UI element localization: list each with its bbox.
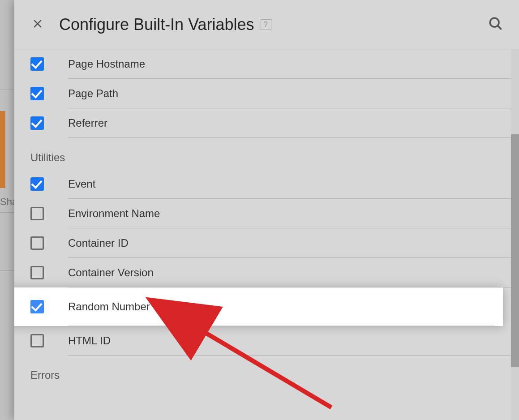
search-icon <box>488 16 503 33</box>
variable-label: Page Hostname <box>68 58 145 70</box>
checkbox-unchecked-icon[interactable] <box>30 236 44 250</box>
panel-title-text: Configure Built-In Variables <box>59 15 254 34</box>
variable-row-random-number[interactable]: Random Number <box>14 287 503 326</box>
checkbox-checked-icon[interactable] <box>30 177 44 191</box>
help-icon[interactable]: ? <box>261 19 271 30</box>
row-divider <box>68 137 511 138</box>
variable-row-container-id[interactable]: Container ID <box>14 228 519 258</box>
checkbox-checked-icon[interactable] <box>30 87 44 100</box>
variable-row-event[interactable]: Event <box>14 169 519 199</box>
variable-row-page-path[interactable]: Page Path <box>14 79 519 108</box>
variable-label: HTML ID <box>68 334 111 347</box>
panel-title: Configure Built-In Variables ? <box>59 15 271 34</box>
variable-row-referrer[interactable]: Referrer <box>14 108 519 138</box>
checkbox-unchecked-icon[interactable] <box>30 266 44 279</box>
variable-row-page-hostname[interactable]: Page Hostname <box>14 49 519 79</box>
variable-label: Event <box>68 178 95 190</box>
variable-row-container-version[interactable]: Container Version <box>14 258 519 287</box>
checkbox-checked-icon[interactable] <box>30 300 44 313</box>
variable-label: Referrer <box>68 117 107 129</box>
checkbox-checked-icon[interactable] <box>30 116 44 130</box>
svg-line-1 <box>498 26 502 30</box>
close-button[interactable] <box>29 16 47 34</box>
variable-label: Container Version <box>68 266 154 279</box>
scrollbar-thumb[interactable] <box>511 134 519 367</box>
variable-label: Environment Name <box>68 207 160 220</box>
row-divider <box>68 355 511 356</box>
checkbox-checked-icon[interactable] <box>30 57 44 71</box>
variable-label: Random Number <box>68 300 150 313</box>
svg-point-0 <box>490 18 499 27</box>
variable-row-environment-name[interactable]: Environment Name <box>14 199 519 228</box>
variable-row-html-id[interactable]: HTML ID <box>14 326 519 356</box>
variable-list-scroll[interactable]: Page Hostname Page Path Referrer Utiliti… <box>14 49 519 420</box>
configure-variables-panel: Configure Built-In Variables ? Page Host… <box>14 0 519 420</box>
variable-label: Container ID <box>68 237 129 249</box>
close-icon <box>31 17 44 32</box>
highlighted-row-container: Random Number <box>14 287 503 326</box>
section-title-errors: Errors <box>14 356 519 387</box>
checkbox-unchecked-icon[interactable] <box>30 207 44 220</box>
search-button[interactable] <box>487 16 505 34</box>
checkbox-unchecked-icon[interactable] <box>30 334 44 347</box>
panel-header: Configure Built-In Variables ? <box>14 0 519 49</box>
section-title-utilities: Utilities <box>14 138 519 169</box>
variable-label: Page Path <box>68 87 118 100</box>
